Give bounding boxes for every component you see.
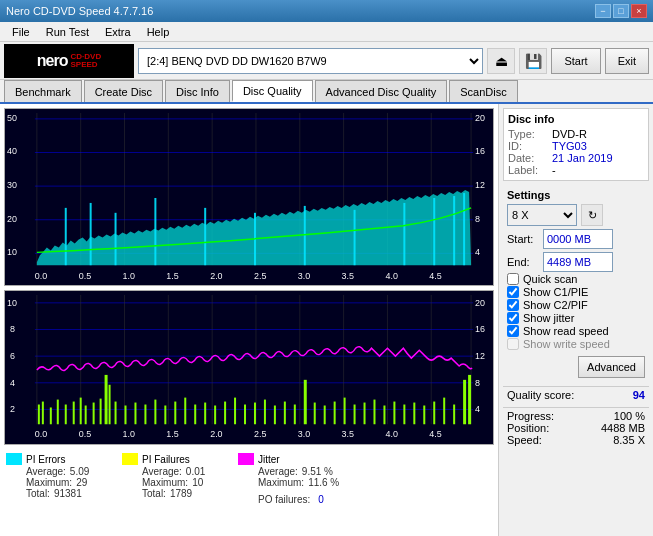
svg-rect-37	[453, 196, 455, 265]
start-input[interactable]	[543, 229, 613, 249]
position-label: Position:	[507, 422, 549, 434]
maximize-button[interactable]: □	[613, 4, 629, 18]
type-value: DVD-R	[552, 128, 587, 140]
pi-failures-total-value: 1789	[170, 488, 192, 499]
jitter-color	[238, 453, 254, 465]
show-jitter-checkbox[interactable]	[507, 312, 519, 324]
svg-rect-101	[244, 405, 246, 425]
svg-text:2.5: 2.5	[254, 429, 266, 439]
menu-run-test[interactable]: Run Test	[38, 24, 97, 40]
svg-text:8: 8	[10, 324, 15, 334]
tab-benchmark[interactable]: Benchmark	[4, 80, 82, 102]
svg-rect-82	[80, 398, 82, 425]
svg-rect-49	[5, 291, 493, 444]
pi-errors-total-label: Total:	[26, 488, 50, 499]
jitter-avg-value: 9.51 %	[302, 466, 333, 477]
app-title: Nero CD-DVD Speed 4.7.7.16	[6, 5, 153, 17]
show-c1pie-label: Show C1/PIE	[523, 286, 588, 298]
eject-icon-button[interactable]: ⏏	[487, 48, 515, 74]
svg-rect-92	[154, 400, 156, 425]
svg-rect-31	[204, 208, 206, 265]
show-read-speed-checkbox[interactable]	[507, 325, 519, 337]
show-write-speed-checkbox[interactable]	[507, 338, 519, 350]
svg-text:20: 20	[475, 298, 485, 308]
minimize-button[interactable]: −	[595, 4, 611, 18]
show-c2pif-checkbox[interactable]	[507, 299, 519, 311]
refresh-icon-button[interactable]: ↻	[581, 204, 603, 226]
svg-text:0.0: 0.0	[35, 429, 47, 439]
svg-rect-97	[204, 403, 206, 425]
advanced-button[interactable]: Advanced	[578, 356, 645, 378]
svg-text:2.5: 2.5	[254, 271, 266, 281]
show-c1pie-checkbox[interactable]	[507, 286, 519, 298]
top-chart-svg: 50 40 30 20 10 20 16 12 8 4	[5, 109, 493, 285]
tab-create-disc[interactable]: Create Disc	[84, 80, 163, 102]
menu-extra[interactable]: Extra	[97, 24, 139, 40]
label-label: Label:	[508, 164, 548, 176]
nero-logo: nero CD·DVDSPEED	[4, 44, 134, 78]
pi-errors-max-label: Maximum:	[26, 477, 72, 488]
svg-rect-78	[50, 407, 52, 424]
svg-rect-96	[194, 405, 196, 425]
svg-rect-112	[354, 405, 356, 425]
exit-button[interactable]: Exit	[605, 48, 649, 74]
start-button[interactable]: Start	[551, 48, 600, 74]
menu-help[interactable]: Help	[139, 24, 178, 40]
id-label: ID:	[508, 140, 548, 152]
svg-rect-109	[324, 406, 326, 425]
svg-text:1.5: 1.5	[166, 429, 178, 439]
pi-failures-legend: PI Failures Average: 0.01 Maximum: 10 To…	[122, 453, 222, 505]
svg-text:1.5: 1.5	[166, 271, 178, 281]
tab-scandisc[interactable]: ScanDisc	[449, 80, 517, 102]
svg-rect-38	[463, 193, 465, 265]
tab-advanced-disc-quality[interactable]: Advanced Disc Quality	[315, 80, 448, 102]
menu-file[interactable]: File	[4, 24, 38, 40]
svg-rect-98	[214, 406, 216, 425]
quality-score-label: Quality score:	[507, 389, 574, 401]
svg-text:6: 6	[10, 351, 15, 361]
svg-rect-105	[284, 402, 286, 425]
svg-rect-30	[154, 198, 156, 265]
svg-rect-100	[234, 398, 236, 425]
settings-title: Settings	[507, 189, 645, 201]
position-value: 4488 MB	[601, 422, 645, 434]
svg-text:0.5: 0.5	[79, 271, 91, 281]
end-input[interactable]	[543, 252, 613, 272]
svg-text:0.5: 0.5	[79, 429, 91, 439]
svg-text:1.0: 1.0	[123, 429, 135, 439]
svg-rect-108	[314, 403, 316, 425]
pi-failures-avg-value: 0.01	[186, 466, 205, 477]
svg-rect-114	[373, 400, 375, 425]
drive-select[interactable]: [2:4] BENQ DVD DD DW1620 B7W9	[138, 48, 483, 74]
speed-select[interactable]: 8 X	[507, 204, 577, 226]
tab-disc-info[interactable]: Disc Info	[165, 80, 230, 102]
pi-failures-max-label: Maximum:	[142, 477, 188, 488]
toolbar: nero CD·DVDSPEED [2:4] BENQ DVD DD DW162…	[0, 42, 653, 80]
svg-rect-116	[393, 402, 395, 425]
jitter-max-label: Maximum:	[258, 477, 304, 488]
type-label: Type:	[508, 128, 548, 140]
svg-text:16: 16	[475, 324, 485, 334]
pi-failures-max-value: 10	[192, 477, 203, 488]
svg-text:4.0: 4.0	[385, 429, 397, 439]
close-button[interactable]: ×	[631, 4, 647, 18]
svg-text:50: 50	[7, 113, 17, 123]
svg-rect-117	[403, 405, 405, 425]
svg-text:10: 10	[7, 298, 17, 308]
svg-rect-88	[115, 402, 117, 425]
tab-disc-quality[interactable]: Disc Quality	[232, 80, 313, 102]
svg-rect-103	[264, 400, 266, 425]
svg-text:4.5: 4.5	[429, 429, 441, 439]
svg-text:40: 40	[7, 147, 17, 157]
svg-rect-102	[254, 403, 256, 425]
save-icon-button[interactable]: 💾	[519, 48, 547, 74]
svg-rect-34	[354, 210, 356, 265]
svg-text:16: 16	[475, 147, 485, 157]
svg-text:10: 10	[7, 247, 17, 257]
quick-scan-checkbox[interactable]	[507, 273, 519, 285]
svg-rect-85	[100, 399, 102, 425]
progress-value: 100 %	[614, 410, 645, 422]
svg-text:1.0: 1.0	[123, 271, 135, 281]
svg-text:4.0: 4.0	[385, 271, 397, 281]
svg-rect-119	[423, 406, 425, 425]
